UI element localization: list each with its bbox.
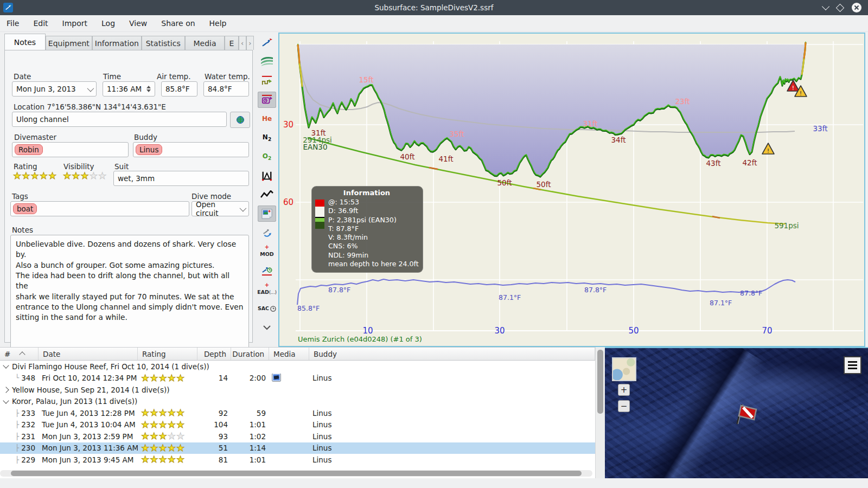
maximize-icon[interactable]: [836, 3, 845, 12]
sac-rate-toggle[interactable]: SAC: [258, 300, 276, 317]
dive-row[interactable]: ├230Mon Jun 3, 2013 11:36 AM★★★★★511:14L…: [0, 442, 595, 454]
dive-row[interactable]: └348Fri Oct 10, 2014 12:34 PM★★★★★142:00…: [0, 373, 595, 384]
dive-rating: ★★★★★: [138, 408, 197, 418]
star-icon: ★: [40, 170, 48, 181]
dive-buddy: Linus: [309, 444, 595, 452]
photos-toggle[interactable]: [258, 206, 276, 222]
menu-help[interactable]: Help: [209, 19, 227, 28]
dive-mode-icon[interactable]: [258, 35, 276, 51]
header-cell[interactable]: Buddy: [309, 348, 595, 360]
menu-import[interactable]: Import: [62, 19, 87, 28]
dive-profile-chart[interactable]: 306010305070Uemis Zurich (e04d0248) (#1 …: [278, 33, 865, 347]
close-icon[interactable]: [852, 3, 861, 12]
divemode-combobox[interactable]: Open circuit: [192, 201, 249, 216]
tab-e[interactable]: E: [225, 36, 238, 50]
dive-row[interactable]: ├229Mon Jun 3, 2013 9:45 AM★★★★★811:01Li…: [0, 454, 595, 466]
dive-buddy: Linus: [309, 455, 595, 464]
n2-graph-toggle[interactable]: N2: [258, 130, 276, 146]
depth-annotation: 50ft: [497, 178, 512, 187]
vertical-scrollbar[interactable]: [595, 347, 605, 478]
minimize-icon[interactable]: [822, 3, 829, 10]
sort-ascending-icon: [20, 351, 25, 357]
depth-annotation: 40ft: [400, 152, 415, 161]
date-combobox[interactable]: Mon Jun 3, 2013: [12, 81, 97, 97]
o2-graph-toggle[interactable]: O2: [258, 149, 276, 165]
time-label: Time: [103, 72, 121, 81]
notes-textarea[interactable]: Unbelievable dive. Dozens and dozens of …: [10, 235, 249, 350]
trip-row[interactable]: Divi Flamingo House Reef, Fri Oct 10, 20…: [0, 361, 595, 373]
ead-toggle[interactable]: +EAD(...): [258, 281, 276, 298]
trip-row[interactable]: Koror, Palau, Jun 2013 (11 dive(s)): [0, 396, 595, 408]
column-header-buddy: Buddy: [314, 350, 337, 358]
header-cell[interactable]: Depth: [197, 348, 231, 360]
deco-time-icon[interactable]: [258, 262, 276, 279]
map-menu-button[interactable]: [844, 356, 861, 374]
he-graph-toggle[interactable]: He: [258, 111, 276, 127]
recalculate-icon[interactable]: [258, 224, 276, 241]
rating-label: Rating: [14, 162, 37, 171]
map-zoom-out-button[interactable]: −: [618, 400, 630, 412]
location-field[interactable]: Ulong channel: [12, 112, 227, 127]
buddy-tag[interactable]: Linus: [136, 144, 162, 155]
dive-row[interactable]: ├233Tue Jun 4, 2013 12:28 PM★★★★★9259Lin…: [0, 407, 595, 419]
collapse-icon[interactable]: [3, 363, 9, 369]
header-cell[interactable]: Date: [39, 348, 138, 360]
suit-field[interactable]: wet, 3mm: [113, 171, 249, 186]
tag-boat[interactable]: boat: [13, 203, 37, 214]
dive-flag-marker[interactable]: [731, 400, 759, 428]
dive-site-map[interactable]: + −: [605, 347, 868, 478]
rating-stars[interactable]: ★★★★★: [13, 171, 57, 181]
menu-view[interactable]: View: [129, 19, 147, 28]
tab-bar: NotesEquipmentInformationStatisticsMedia…: [4, 34, 254, 50]
column-header-duration: Duration: [232, 350, 264, 358]
tab-scroll-left[interactable]: ‹: [239, 36, 246, 50]
header-cell[interactable]: Rating: [138, 348, 197, 360]
tags-field[interactable]: boat: [10, 201, 189, 216]
header-cell[interactable]: #: [0, 348, 39, 360]
water-salinity-icon[interactable]: [258, 54, 276, 70]
heart-rate-icon[interactable]: [258, 187, 276, 203]
watertemp-label: Water temp.: [205, 72, 250, 81]
tab-notes[interactable]: Notes: [4, 34, 46, 50]
tab-scroll-right[interactable]: ›: [246, 36, 254, 50]
map-zoom-in-button[interactable]: +: [618, 384, 630, 396]
dive-row[interactable]: ├231Mon Jun 3, 2013 2:59 PM★★★★★931:02Li…: [0, 431, 595, 442]
dive-rating: ★★★★★: [138, 432, 197, 441]
spinner-arrows-icon[interactable]: [146, 86, 151, 92]
header-cell[interactable]: Media: [269, 348, 309, 360]
visibility-stars[interactable]: ★★★★★: [63, 171, 107, 181]
map-overview-inset[interactable]: [612, 357, 636, 381]
globe-button[interactable]: [230, 112, 250, 128]
tab-statistics[interactable]: Statistics: [142, 36, 185, 50]
watertemp-field[interactable]: 84.8°F: [203, 81, 249, 97]
mod-toggle[interactable]: +MOD: [258, 243, 276, 260]
collapse-icon[interactable]: [3, 397, 9, 403]
buddy-field[interactable]: Linus: [133, 142, 249, 157]
ruler-icon[interactable]: [258, 168, 276, 184]
divemaster-tag[interactable]: Robin: [15, 144, 43, 155]
trip-row[interactable]: Yellow House, Sun Sep 21, 2014 (1 dive(s…: [0, 384, 595, 396]
horizontal-scrollbar[interactable]: [0, 470, 592, 477]
vscroll-thumb[interactable]: [597, 350, 603, 414]
menu-log[interactable]: Log: [101, 19, 115, 28]
tab-information[interactable]: Information: [92, 36, 142, 50]
menu-file[interactable]: File: [7, 19, 19, 28]
calculated-ceiling-icon[interactable]: [258, 73, 276, 89]
menu-edit[interactable]: Edit: [33, 19, 48, 28]
dc-reported-ceiling-icon[interactable]: [258, 92, 276, 108]
tab-equipment[interactable]: Equipment: [46, 36, 92, 50]
menu-share-on[interactable]: Share on: [161, 19, 195, 28]
header-cell[interactable]: Duration: [231, 348, 269, 360]
hscroll-thumb[interactable]: [11, 471, 582, 476]
toolbar-scroll-down-icon[interactable]: [258, 319, 276, 336]
time-axis-tick: 50: [628, 326, 639, 336]
globe-icon: [236, 115, 245, 124]
dive-row[interactable]: ├232Tue Jun 4, 2013 10:04 AM★★★★★1041:01…: [0, 419, 595, 431]
column-header-date: Date: [43, 350, 60, 358]
expand-icon[interactable]: [3, 387, 9, 393]
airtemp-field[interactable]: 85.8°F: [161, 81, 197, 97]
divemaster-field[interactable]: Robin: [12, 142, 129, 157]
time-spinbox[interactable]: 11:36 AM: [103, 81, 155, 97]
tab-media[interactable]: Media: [185, 36, 225, 50]
media-thumbnail-icon[interactable]: [272, 374, 280, 381]
